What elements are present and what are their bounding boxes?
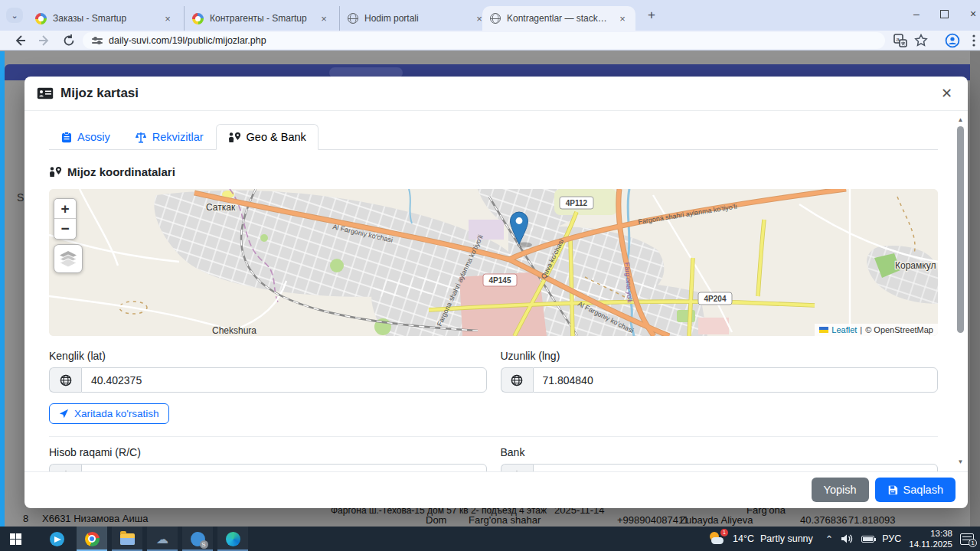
- globe-icon: [49, 367, 81, 393]
- leaflet-link[interactable]: Leaflet: [831, 325, 857, 334]
- new-tab-button[interactable]: +: [645, 9, 658, 23]
- tab-title: Kontragentlar — stacked moda: [507, 13, 611, 24]
- badge-4p112: 4Р112: [560, 197, 593, 209]
- navigation-arrow-icon: [59, 409, 69, 419]
- site-info-icon[interactable]: [92, 38, 103, 44]
- account-label: Hisob raqami (R/C): [49, 446, 487, 458]
- browser-toolbar: daily-suvi.com/19l/public/mijozlar.php a: [0, 31, 980, 51]
- map-attribution: Leaflet | © OpenStreetMap: [815, 324, 938, 336]
- tab-geo-bank-active[interactable]: Geo & Bank: [216, 124, 318, 150]
- window-minimize-button[interactable]: –: [910, 8, 923, 20]
- modal-body: Asosiy Rekvizitlar Geo & Bank Mijoz koor…: [24, 111, 968, 471]
- osm-link[interactable]: © OpenStreetMap: [865, 325, 933, 334]
- modal-close-icon[interactable]: ✕: [941, 86, 952, 100]
- bg-row-name: Х6631 Низамова Аиша: [42, 513, 148, 524]
- tab-label: Geo & Bank: [247, 131, 306, 143]
- browser-tab-1[interactable]: Заказы - Smartup ×: [28, 6, 181, 31]
- bg-row-type: Dom: [426, 514, 446, 526]
- divider: [49, 436, 938, 437]
- tab-close-icon[interactable]: ×: [318, 13, 329, 24]
- tab-label: Rekvizitlar: [152, 131, 204, 143]
- lat-label: Kenglik (lat): [49, 350, 487, 362]
- id-card-icon: [37, 87, 54, 99]
- taskbar-chrome[interactable]: [77, 527, 107, 551]
- ukraine-flag-icon: [819, 327, 828, 333]
- scroll-down-arrow[interactable]: ▼: [956, 458, 965, 467]
- taskbar-edge[interactable]: [217, 527, 248, 551]
- start-button[interactable]: [0, 527, 31, 551]
- url-text: daily-suvi.com/19l/public/mijozlar.php: [109, 35, 266, 46]
- taskbar-onedrive[interactable]: ☁: [147, 527, 178, 551]
- weather-widget[interactable]: 1 14°C Partly sunny: [704, 531, 818, 546]
- bank-input[interactable]: [533, 464, 939, 471]
- left-blue-strip: [0, 51, 5, 527]
- windows-logo-icon: [10, 533, 21, 545]
- section-title: Mijoz koordinatalari: [67, 165, 175, 178]
- browser-tab-3[interactable]: Hodim portali ×: [339, 6, 492, 31]
- tab-close-icon[interactable]: ×: [162, 13, 173, 24]
- cloud-icon: ☁: [156, 532, 168, 546]
- language-indicator[interactable]: РУС: [882, 533, 901, 544]
- bg-row-phone: +998904087411: [617, 514, 688, 526]
- weather-badge: 1: [720, 529, 728, 536]
- window-close-button[interactable]: ×: [966, 8, 980, 20]
- save-floppy-icon: [887, 484, 898, 495]
- tray-chevron-icon[interactable]: ⌃: [825, 533, 833, 545]
- browser-tab-4-active[interactable]: Kontragentlar — stacked moda ×: [482, 6, 635, 31]
- tab-rekvizitlar[interactable]: Rekvizitlar: [122, 124, 216, 150]
- back-icon[interactable]: [12, 33, 28, 48]
- weather-icon: 1: [708, 531, 727, 546]
- bg-row-lng: 71.818093: [848, 514, 895, 526]
- profile-avatar-icon[interactable]: [945, 33, 960, 48]
- client-card-modal: Mijoz kartasi ✕ Asosiy Rekvizitlar Geo &…: [24, 77, 968, 508]
- scroll-up-arrow[interactable]: ▲: [956, 116, 965, 125]
- place-qoramqul: Корамкул: [895, 260, 936, 271]
- lng-input[interactable]: [533, 367, 939, 393]
- taskbar-telegram[interactable]: [41, 527, 72, 551]
- tab-close-icon[interactable]: ×: [617, 13, 628, 24]
- close-button-label: Yopish: [824, 484, 857, 496]
- scrollbar-thumb[interactable]: [957, 126, 964, 333]
- taskbar-s-app[interactable]: [182, 527, 213, 551]
- close-button[interactable]: Yopish: [812, 478, 869, 502]
- coordinates-icon: [49, 166, 62, 178]
- map-canvas: Al Fargoniy ko'chasi Al Fargoniy ko'chas…: [49, 189, 938, 336]
- place-satkak: Саткак: [206, 202, 236, 213]
- lat-input[interactable]: [81, 367, 487, 393]
- bank-label: Bank: [501, 446, 939, 458]
- weather-condition: Partly sunny: [760, 533, 813, 544]
- lng-field-group: Uzunlik (lng): [501, 350, 939, 393]
- modal-header: Mijoz kartasi ✕: [24, 77, 968, 111]
- modal-scrollbar[interactable]: ▲ ▼: [956, 116, 965, 467]
- translate-icon[interactable]: a: [893, 33, 908, 48]
- notification-center-icon[interactable]: 1: [960, 533, 974, 545]
- date: 14.11.2025: [909, 539, 952, 549]
- account-input[interactable]: [81, 464, 487, 471]
- taskbar-explorer[interactable]: [112, 527, 142, 551]
- page-scrollbar[interactable]: [970, 51, 980, 527]
- browser-menu-kebab-icon[interactable]: [966, 33, 980, 48]
- zoom-out-button[interactable]: −: [54, 219, 76, 239]
- tab-search-button[interactable]: ⌄: [6, 8, 23, 23]
- show-on-map-button[interactable]: Xaritada ko'rsatish: [49, 403, 169, 424]
- speaker-icon[interactable]: [841, 533, 854, 544]
- place-chekshura: Chekshura: [212, 325, 256, 336]
- background-fragment: S: [17, 191, 24, 204]
- battery-icon[interactable]: [861, 536, 874, 543]
- window-maximize-button[interactable]: [940, 10, 949, 18]
- clock[interactable]: 13:38 14.11.2025: [909, 528, 952, 550]
- reload-icon[interactable]: [61, 33, 77, 48]
- address-bar[interactable]: daily-suvi.com/19l/public/mijozlar.php: [83, 32, 885, 49]
- forward-icon[interactable]: [37, 33, 52, 48]
- bookmark-star-icon[interactable]: [913, 33, 929, 48]
- leaflet-map[interactable]: Al Fargoniy ko'chasi Al Fargoniy ko'chas…: [49, 189, 938, 336]
- notification-badge: 1: [969, 539, 977, 547]
- tab-asosiy[interactable]: Asosiy: [49, 124, 122, 150]
- browser-tab-2[interactable]: Контрагенты - Smartup ×: [184, 6, 337, 31]
- map-layers-control[interactable]: [54, 244, 83, 273]
- browser-tabstrip: ⌄ Заказы - Smartup × Контрагенты - Smart…: [0, 0, 980, 31]
- save-button[interactable]: Saqlash: [875, 478, 956, 502]
- scales-icon: [135, 132, 147, 143]
- zoom-in-button[interactable]: +: [54, 199, 76, 219]
- tab-label: Asosiy: [77, 131, 110, 143]
